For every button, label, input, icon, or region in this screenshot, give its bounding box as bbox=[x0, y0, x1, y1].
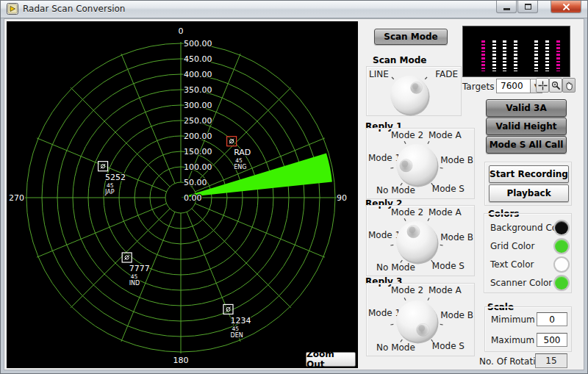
background-color-swatch[interactable] bbox=[555, 221, 568, 234]
start-recording-button[interactable]: Start Recording bbox=[489, 165, 569, 183]
zoom-out-button[interactable]: Zoom Out bbox=[306, 352, 356, 367]
scanner-color-swatch[interactable] bbox=[555, 276, 568, 290]
svg-text:50.00: 50.00 bbox=[184, 178, 207, 187]
pan-tool-button[interactable] bbox=[562, 78, 576, 93]
text-color-label: Text Color bbox=[490, 259, 534, 270]
window-title: Radar Scan Conversion bbox=[23, 4, 125, 14]
led-column bbox=[545, 40, 549, 71]
svg-text:100.00: 100.00 bbox=[184, 162, 212, 172]
reply3-knob[interactable] bbox=[389, 293, 445, 349]
minimize-button[interactable] bbox=[496, 1, 517, 13]
svg-text:180: 180 bbox=[173, 356, 189, 365]
led-column bbox=[534, 40, 538, 71]
led-column bbox=[556, 40, 560, 71]
led-column bbox=[481, 40, 485, 71]
svg-text:1234: 1234 bbox=[230, 316, 251, 326]
maximum-label: Maximum bbox=[491, 335, 534, 345]
reply1-group: Mode 2 Mode A Mode 1 Mode B No Mode Mode… bbox=[366, 128, 475, 199]
minimize-icon bbox=[503, 8, 510, 10]
valid-height-button[interactable]: Valid Height bbox=[486, 118, 567, 135]
svg-text:JAP: JAP bbox=[104, 189, 115, 195]
reply2-knob[interactable] bbox=[389, 214, 445, 270]
svg-text:45: 45 bbox=[131, 273, 138, 280]
svg-text:IND: IND bbox=[129, 280, 140, 287]
svg-text:45: 45 bbox=[235, 157, 243, 164]
app-window: Radar Scan Conversion 0.0050.00100.00150… bbox=[0, 0, 588, 374]
svg-text:350.00: 350.00 bbox=[184, 85, 212, 95]
svg-text:300.00: 300.00 bbox=[184, 101, 212, 110]
mode-s-all-call-button[interactable]: Mode S All Call bbox=[486, 136, 567, 154]
led-column bbox=[514, 40, 517, 71]
targets-value[interactable]: 7600 bbox=[496, 79, 530, 93]
knob-graphic bbox=[389, 293, 445, 349]
maximize-icon bbox=[525, 4, 531, 10]
scan-mode-knob[interactable] bbox=[381, 67, 437, 123]
crosshair-tool-button[interactable] bbox=[536, 78, 549, 93]
svg-text:400.00: 400.00 bbox=[184, 70, 212, 79]
crosshair-icon bbox=[538, 81, 548, 90]
reply2-option-modeb[interactable]: Mode B bbox=[440, 232, 473, 242]
scanner-color-label: Scanner Color bbox=[490, 278, 552, 288]
recording-group: Start Recording Playback bbox=[484, 162, 572, 206]
playback-button[interactable]: Playback bbox=[489, 184, 569, 202]
title-bar: Radar Scan Conversion bbox=[1, 1, 587, 18]
radar-plot: 0.0050.00100.00150.00200.00250.00300.003… bbox=[7, 21, 358, 368]
svg-text:270: 270 bbox=[9, 193, 24, 203]
minimum-label: Mimimum bbox=[491, 314, 535, 325]
svg-text:150.00: 150.00 bbox=[184, 147, 212, 157]
grid-color-label: Grid Color bbox=[490, 241, 534, 251]
targets-label: Targets bbox=[462, 82, 494, 92]
reply3-group: Mode 2 Mode A Mode 1 Mode B No Mode Mode… bbox=[366, 283, 475, 356]
grid-color-swatch[interactable] bbox=[555, 240, 568, 253]
reply3-option-modeb[interactable]: Mode B bbox=[440, 310, 473, 320]
zoom-tool-button[interactable] bbox=[549, 78, 562, 93]
knob-graphic bbox=[389, 214, 445, 270]
svg-text:DEN: DEN bbox=[230, 332, 243, 339]
targets-led-display bbox=[462, 26, 570, 77]
svg-text:500.00: 500.00 bbox=[184, 39, 212, 48]
app-icon bbox=[7, 3, 18, 15]
scan-knob-label: Scan Mode bbox=[373, 55, 427, 65]
svg-text:45: 45 bbox=[107, 182, 114, 189]
scan-option-fade[interactable]: FADE bbox=[435, 69, 458, 79]
svg-text:90: 90 bbox=[337, 193, 347, 203]
knob-graphic bbox=[389, 137, 445, 193]
magnifier-icon bbox=[551, 81, 561, 90]
led-column bbox=[492, 40, 496, 71]
knob-graphic bbox=[381, 67, 437, 123]
svg-text:45: 45 bbox=[232, 326, 239, 332]
reply1-option-modeb[interactable]: Mode B bbox=[440, 155, 473, 165]
maximum-input[interactable] bbox=[537, 333, 567, 347]
svg-text:0: 0 bbox=[179, 26, 184, 36]
scan-mode-button[interactable]: Scan Mode bbox=[374, 29, 448, 45]
svg-text:7777: 7777 bbox=[129, 264, 150, 273]
valid-3a-button[interactable]: Valid 3A bbox=[486, 99, 567, 117]
maximize-button[interactable] bbox=[517, 1, 538, 13]
minimum-input[interactable] bbox=[537, 312, 567, 326]
rotations-input[interactable] bbox=[535, 353, 567, 368]
led-column bbox=[503, 40, 506, 71]
reply1-knob[interactable] bbox=[389, 137, 445, 193]
scale-group: Mimimum Maximum bbox=[484, 306, 572, 352]
hand-icon bbox=[564, 81, 574, 90]
svg-text:ENG: ENG bbox=[234, 164, 246, 170]
svg-text:200.00: 200.00 bbox=[184, 132, 212, 141]
close-button[interactable] bbox=[551, 1, 581, 13]
svg-text:450.00: 450.00 bbox=[184, 54, 212, 64]
reply2-group: Mode 2 Mode A Mode 1 Mode B No Mode Mode… bbox=[366, 205, 475, 276]
svg-text:5252: 5252 bbox=[105, 173, 126, 182]
colors-group: Background Color Grid Color Text Color S… bbox=[484, 213, 572, 293]
svg-text:RAD: RAD bbox=[234, 148, 251, 157]
svg-text:250.00: 250.00 bbox=[184, 116, 212, 126]
text-color-swatch[interactable] bbox=[555, 258, 568, 271]
radar-display[interactable]: 0.0050.00100.00150.00200.00250.00300.003… bbox=[7, 21, 358, 368]
scan-knob-group: LINE FADE bbox=[366, 66, 462, 116]
svg-text:0.00: 0.00 bbox=[184, 193, 202, 203]
client-area: 0.0050.00100.00150.00200.00250.00300.003… bbox=[4, 18, 584, 370]
close-icon bbox=[562, 3, 570, 11]
